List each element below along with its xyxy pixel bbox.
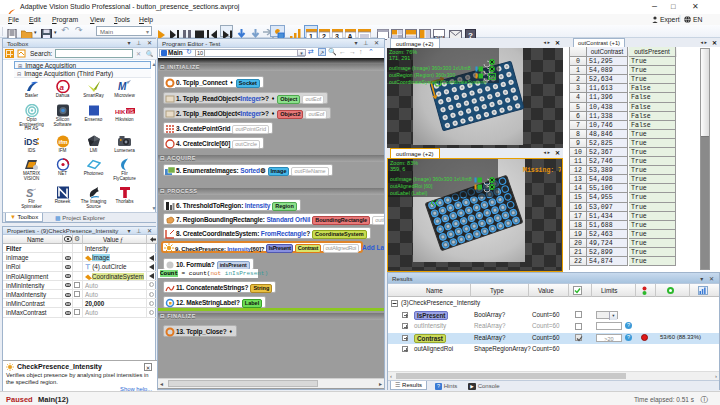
svg-text:ifm: ifm: [58, 139, 67, 145]
svg-text:VIS: VIS: [126, 109, 133, 114]
svg-text:HIK: HIK: [115, 109, 126, 115]
svg-text:outRegion (Region) 360x300: outRegion (Region) 360x300: [389, 72, 455, 78]
svg-text:S: S: [26, 187, 34, 199]
svg-text:outImage (Image) 360x300 1xUIn: outImage (Image) 360x300 1xUInt8: [389, 65, 471, 71]
svg-text:171, 291: 171, 291: [389, 55, 410, 61]
svg-text:outCoordinateSystem (Coordinat: outCoordinateSystem (CoordinateSystem): [389, 79, 487, 85]
svg-text:359, 6: 359, 6: [390, 166, 405, 172]
svg-text:M: M: [118, 81, 127, 92]
svg-text:outLabel (Label): outLabel (Label): [390, 190, 428, 196]
svg-text:outImage (Image) 360x300 1xUIn: outImage (Image) 360x300 1xUInt8: [390, 176, 472, 182]
svg-text:outAlignedRoi [60]: outAlignedRoi [60]: [390, 183, 433, 189]
svg-text:iDS: iDS: [24, 137, 39, 147]
svg-text:Missing: 7: Missing: 7: [523, 167, 561, 174]
svg-text:a: a: [59, 83, 64, 92]
